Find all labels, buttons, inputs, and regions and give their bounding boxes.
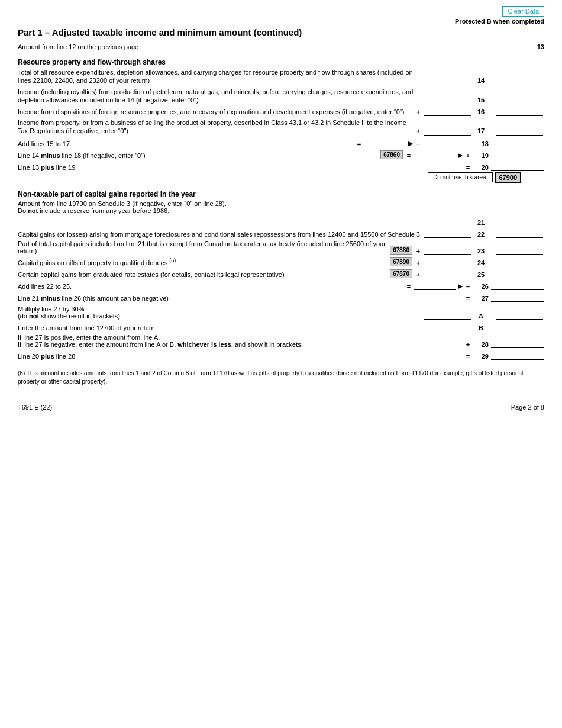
- line-22-input2[interactable]: [496, 228, 543, 238]
- line-19-plus: +: [464, 152, 472, 159]
- line-15-input2[interactable]: [496, 95, 543, 104]
- line-24-input2[interactable]: [496, 257, 543, 266]
- line-13-number: 13: [527, 43, 544, 50]
- line-B-field[interactable]: [424, 322, 471, 331]
- line-23-field[interactable]: [424, 245, 471, 255]
- line-23-input2[interactable]: [496, 245, 543, 255]
- line-B-input2[interactable]: [496, 322, 543, 331]
- line-19-input2[interactable]: [491, 150, 544, 159]
- line-19-field1[interactable]: [414, 150, 456, 159]
- line-22-input[interactable]: [424, 228, 471, 238]
- line-25-input[interactable]: [424, 269, 471, 278]
- amount-from-line-row: Amount from line 12 on the previous page…: [18, 41, 544, 50]
- line-28-input[interactable]: [491, 339, 544, 348]
- line-15-row: Income (including royalties) from produc…: [18, 88, 544, 105]
- line-27-desc: Line 21 minus line 26 (this amount can b…: [18, 295, 464, 302]
- line-16-input2[interactable]: [496, 107, 543, 116]
- line-19-row: Line 14 minus line 18 (if negative, ente…: [18, 150, 544, 159]
- line-18-final-field[interactable]: [491, 138, 544, 147]
- line-20-number: 20: [472, 164, 489, 171]
- line-17-row: Income from property, or from a business…: [18, 118, 544, 136]
- protected-label: Protected B when completed: [455, 18, 544, 25]
- line-25-plus: +: [414, 271, 422, 278]
- line-B-label: B: [472, 324, 490, 331]
- line-26-minus: –: [464, 283, 472, 290]
- line-15-input[interactable]: [424, 95, 471, 104]
- line-27-input[interactable]: [491, 292, 544, 302]
- line-23-input[interactable]: [424, 245, 471, 255]
- line-18-field1[interactable]: [364, 138, 406, 147]
- line-22-field2[interactable]: [496, 228, 543, 238]
- line-25-input2[interactable]: [496, 269, 543, 278]
- line-22-number: 22: [472, 231, 490, 238]
- line-21-input2[interactable]: [496, 217, 543, 226]
- line-B-input[interactable]: [424, 322, 471, 331]
- line-29-input[interactable]: [491, 350, 544, 360]
- line-14-number: 14: [472, 76, 490, 85]
- line-16-number: 16: [472, 108, 490, 116]
- line-19-final-field[interactable]: [491, 150, 544, 159]
- line-17-input2[interactable]: [496, 126, 543, 136]
- line-B-desc: Enter the amount from line 12700 of your…: [18, 324, 422, 331]
- line-18-row: Add lines 15 to 17. = ▶ – 18: [18, 138, 544, 147]
- line-16-input[interactable]: [424, 107, 471, 116]
- amount-from-line-input[interactable]: [403, 41, 522, 50]
- line-26-input1[interactable]: [414, 281, 456, 290]
- line-25-field[interactable]: [424, 269, 471, 278]
- line-A-label: A: [472, 313, 490, 320]
- line-27-final-field[interactable]: [491, 292, 544, 302]
- line-23-field2[interactable]: [496, 245, 543, 255]
- line-24-input[interactable]: [424, 257, 471, 266]
- line-18-input3[interactable]: [491, 138, 544, 147]
- line-24-plus: +: [414, 259, 422, 266]
- line-15-number: 15: [472, 96, 490, 104]
- line-26-final-field[interactable]: [491, 281, 544, 290]
- line-28-number: 28: [472, 341, 489, 348]
- line-14-field[interactable]: [424, 76, 471, 85]
- line-21-field[interactable]: [424, 217, 471, 226]
- line-21-input[interactable]: [424, 217, 471, 226]
- line-20-final-field[interactable]: [491, 162, 544, 171]
- do-not-use-code: 67900: [495, 172, 521, 183]
- line-24-row: Capital gains on gifts of property to qu…: [18, 257, 544, 266]
- line-26-field1[interactable]: [414, 281, 456, 290]
- line-20-input[interactable]: [491, 162, 544, 171]
- amount-from-line-field[interactable]: [403, 41, 522, 50]
- line-17-input[interactable]: [424, 126, 471, 136]
- line-A-input2[interactable]: [496, 310, 543, 320]
- line-26-number: 26: [472, 283, 489, 290]
- line-28-final-field[interactable]: [491, 339, 544, 348]
- line-29-row: Line 20 plus line 28 = 29: [18, 350, 544, 360]
- line-A-input[interactable]: [424, 310, 471, 320]
- line-A-field[interactable]: [424, 310, 471, 320]
- line-19-input1[interactable]: [414, 150, 456, 159]
- line-A-desc: Multiply line 27 by 30%(do not show the …: [18, 305, 422, 320]
- clear-data-button[interactable]: Clear Data: [502, 6, 544, 17]
- line-19-number: 19: [472, 152, 489, 159]
- line-18-input1[interactable]: [364, 138, 406, 147]
- line-22-row: Capital gains (or losses) arising from m…: [18, 228, 544, 238]
- line-24-footnote-ref: (6): [169, 257, 176, 263]
- line-26-input2[interactable]: [491, 281, 544, 290]
- line-14-field2[interactable]: [496, 76, 543, 85]
- line-17-desc: Income from property, or from a business…: [18, 118, 414, 136]
- line-21-field2[interactable]: [496, 217, 543, 226]
- line-24-field2[interactable]: [496, 257, 543, 266]
- line-14-input2[interactable]: [496, 76, 543, 85]
- line-25-row: Certain capital gains from graduated rat…: [18, 269, 544, 278]
- line-22-field[interactable]: [424, 228, 471, 238]
- line-28-row: If line 27 is positive, enter the amount…: [18, 334, 544, 348]
- line-25-field2[interactable]: [496, 269, 543, 278]
- line-14-input[interactable]: [424, 76, 471, 85]
- line-29-final-field[interactable]: [491, 350, 544, 360]
- line-24-field[interactable]: [424, 257, 471, 266]
- footnote: (6) This amount includes amounts from li…: [18, 369, 544, 386]
- line-27-row: Line 21 minus line 26 (this amount can b…: [18, 292, 544, 302]
- footer-left: T691 E (22): [18, 404, 52, 411]
- line-16-desc: Income from dispositions of foreign reso…: [18, 108, 414, 116]
- line-17-number: 17: [472, 127, 490, 135]
- line-27-number: 27: [472, 295, 489, 302]
- line-18-minus: –: [414, 140, 422, 147]
- line-18-input2[interactable]: [424, 138, 471, 147]
- line-18-field2[interactable]: [424, 138, 471, 147]
